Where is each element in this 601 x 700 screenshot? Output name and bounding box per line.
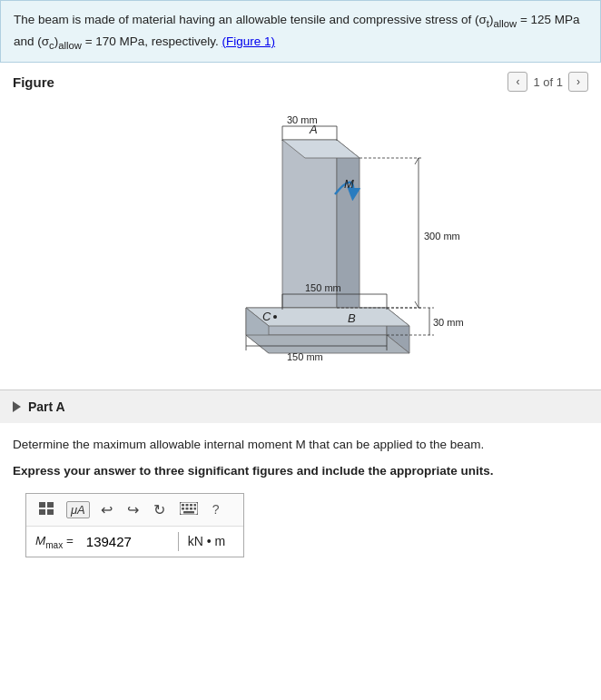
svg-rect-37 [190, 508, 192, 510]
answer-unit: kN • m [179, 532, 234, 550]
answer-toolbar: μA ↩ ↪ ↻ [26, 494, 243, 527]
part-a-instruction: Express your answer to three significant… [13, 462, 588, 480]
svg-marker-7 [246, 335, 409, 353]
svg-rect-28 [39, 509, 45, 515]
redo-button[interactable]: ↪ [123, 499, 143, 520]
svg-rect-34 [193, 504, 196, 507]
label-B: B [348, 311, 356, 325]
help-button[interactable]: ? [209, 500, 223, 518]
part-a-description: Determine the maximum allowable internal… [13, 436, 588, 454]
matrix-icon [39, 502, 55, 515]
info-text-line1: The beam is made of material having an a… [14, 13, 580, 26]
label-C: C [262, 310, 271, 323]
matrix-button[interactable] [35, 500, 59, 519]
keyboard-button[interactable] [176, 500, 202, 519]
figure-title: Figure [13, 74, 54, 90]
page-indicator: 1 of 1 [533, 75, 563, 89]
svg-line-12 [415, 158, 419, 164]
next-figure-button[interactable]: › [568, 72, 588, 92]
dim-30-side: 30 mm [433, 317, 464, 328]
figure-image-area: A M B C 300 mm [13, 99, 588, 389]
svg-point-8 [273, 315, 277, 319]
info-text-line2: and (σc)allow = 170 MPa, respectively. (… [14, 35, 275, 48]
figure-header: Figure ‹ 1 of 1 › [13, 72, 588, 92]
dim-150-bot: 150 mm [287, 351, 323, 362]
undo-button[interactable]: ↩ [97, 499, 116, 520]
part-a-content: Determine the maximum allowable internal… [0, 423, 601, 570]
svg-line-13 [415, 301, 419, 308]
svg-rect-39 [183, 511, 194, 514]
svg-rect-31 [182, 504, 184, 507]
dim-150-top: 150 mm [305, 282, 341, 293]
mu-a-button[interactable]: μA [66, 501, 90, 518]
answer-input[interactable] [79, 532, 179, 551]
part-a-section: Part A [0, 389, 601, 423]
svg-rect-33 [190, 504, 192, 507]
svg-rect-36 [185, 508, 188, 510]
svg-rect-26 [39, 502, 45, 508]
answer-label: Mmax = [35, 534, 74, 550]
svg-marker-1 [337, 140, 360, 326]
refresh-button[interactable]: ↻ [150, 499, 169, 520]
beam-svg: A M B C 300 mm [128, 108, 473, 371]
part-a-label: Part A [28, 399, 65, 414]
beam-drawing: A M B C 300 mm [128, 108, 473, 371]
dim-30-top: 30 mm [287, 114, 318, 125]
prev-figure-button[interactable]: ‹ [507, 72, 527, 92]
answer-box: μA ↩ ↪ ↻ [25, 493, 244, 557]
keyboard-icon [180, 502, 198, 515]
svg-rect-35 [182, 508, 184, 510]
figure-section: Figure ‹ 1 of 1 › [0, 63, 601, 389]
svg-rect-38 [193, 508, 196, 510]
svg-rect-32 [185, 504, 188, 507]
label-M: M [344, 177, 354, 191]
svg-rect-27 [47, 502, 54, 508]
svg-rect-29 [47, 509, 54, 515]
info-box: The beam is made of material having an a… [0, 0, 601, 63]
part-a-header[interactable]: Part A [13, 399, 588, 414]
figure-link[interactable]: (Figure 1) [222, 35, 276, 48]
answer-row: Mmax = kN • m [26, 527, 243, 557]
dim-300: 300 mm [424, 231, 460, 242]
figure-nav: ‹ 1 of 1 › [507, 72, 588, 92]
collapse-icon [13, 401, 21, 412]
